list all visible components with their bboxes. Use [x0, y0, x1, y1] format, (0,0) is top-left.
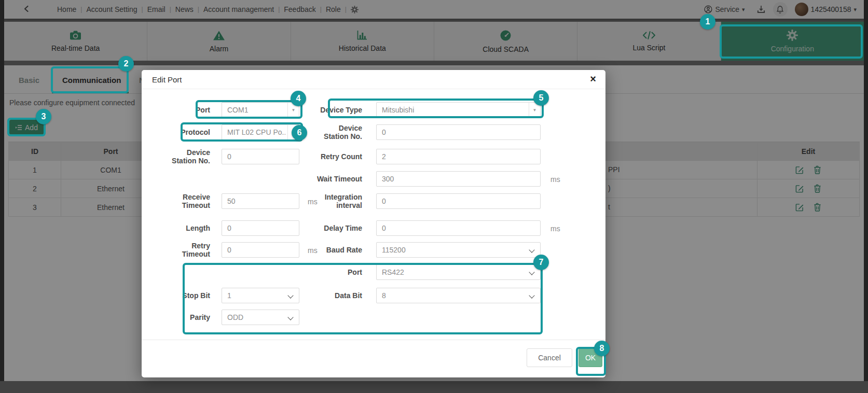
stop-bit-value: 1 — [227, 291, 231, 300]
serial-port-select[interactable]: RS422 — [376, 264, 541, 280]
data-bit-select[interactable]: 8 — [376, 288, 541, 303]
unit-ms: ms — [550, 175, 560, 184]
label-device-station-no-2: Device Station No. — [313, 124, 362, 141]
serial-port-value: RS422 — [382, 268, 404, 276]
label-delay-time: Delay Time — [313, 224, 362, 232]
label-retry-count: Retry Count — [313, 152, 362, 161]
label-baud-rate: Baud Rate — [313, 246, 362, 254]
parity-select[interactable]: ODD — [222, 310, 299, 325]
baud-rate-select[interactable]: 115200 — [376, 242, 541, 258]
device-type-select[interactable]: Mitsubishi ▼ — [376, 102, 541, 118]
data-bit-value: 8 — [382, 291, 386, 300]
modal-header: Edit Port × — [142, 70, 605, 89]
receive-timeout-input[interactable]: 50 — [222, 193, 299, 209]
parity-value: ODD — [227, 313, 243, 321]
delay-time-value: 0 — [382, 224, 386, 232]
label-protocol: Protocol — [169, 128, 210, 136]
integration-interval-value: 0 — [382, 197, 386, 205]
edit-port-modal: Edit Port × Port COM1 ▼ Protocol MIT L02… — [142, 70, 605, 377]
device-station-no-2-value: 0 — [382, 128, 386, 136]
cancel-button[interactable]: Cancel — [527, 348, 572, 367]
retry-timeout-value: 0 — [227, 246, 231, 254]
annotation-badge-6: 6 — [292, 125, 307, 141]
label-serial-port: Port — [313, 268, 362, 276]
length-input[interactable]: 0 — [222, 220, 299, 236]
chevron-down-icon — [529, 247, 534, 252]
delay-time-input[interactable]: 0 — [376, 220, 541, 236]
label-port: Port — [169, 106, 210, 114]
modal-title: Edit Port — [152, 75, 182, 84]
label-integration-interval: Integration interval — [313, 193, 362, 209]
retry-count-input[interactable]: 2 — [376, 149, 541, 164]
retry-count-value: 2 — [382, 152, 386, 161]
device-type-value: Mitsubishi — [382, 106, 414, 114]
chevron-down-icon — [529, 292, 534, 298]
chevron-down-icon — [287, 292, 293, 298]
wait-timeout-value: 300 — [382, 175, 394, 183]
port-select-value: COM1 — [227, 106, 248, 114]
receive-timeout-value: 50 — [227, 197, 236, 205]
device-station-no-value: 0 — [227, 152, 231, 161]
label-parity: Parity — [169, 313, 210, 321]
annotation-badge-1: 1 — [700, 14, 715, 30]
label-wait-timeout: Wait Timeout — [313, 175, 362, 183]
device-station-no-input[interactable]: 0 — [222, 149, 299, 164]
port-select[interactable]: COM1 ▼ — [222, 102, 299, 118]
label-device-station-no: Device Station No. — [169, 148, 210, 165]
label-device-type: Device Type — [313, 106, 362, 114]
wait-timeout-input[interactable]: 300 — [376, 171, 541, 187]
annotation-badge-2: 2 — [118, 56, 134, 72]
baud-rate-value: 115200 — [382, 246, 406, 254]
chevron-down-icon — [287, 314, 293, 320]
unit-ms: ms — [550, 224, 560, 233]
annotation-badge-3: 3 — [36, 109, 51, 124]
annotation-badge-4: 4 — [291, 91, 306, 106]
label-retry-timeout: Retry Timeout — [169, 242, 210, 258]
stop-bit-select[interactable]: 1 — [222, 288, 299, 303]
label-data-bit: Data Bit — [313, 291, 362, 300]
annotation-badge-5: 5 — [533, 90, 549, 106]
label-receive-timeout: Receive Timeout — [169, 193, 210, 209]
device-station-no-2-input[interactable]: 0 — [376, 124, 541, 140]
retry-timeout-input[interactable]: 0 — [222, 242, 299, 258]
label-stop-bit: Stop Bit — [169, 291, 210, 300]
integration-interval-input[interactable]: 0 — [376, 193, 541, 209]
label-length: Length — [169, 224, 210, 232]
protocol-select[interactable]: MIT L02 CPU Po... ▼ — [222, 124, 299, 140]
annotation-badge-8: 8 — [594, 341, 610, 356]
close-icon[interactable]: × — [590, 73, 596, 85]
length-value: 0 — [227, 224, 231, 232]
protocol-select-value: MIT L02 CPU Po... — [227, 128, 285, 136]
chevron-down-icon — [529, 269, 534, 275]
annotation-badge-7: 7 — [533, 255, 549, 270]
screen: Home | Account Setting | Email | News | … — [0, 0, 868, 393]
